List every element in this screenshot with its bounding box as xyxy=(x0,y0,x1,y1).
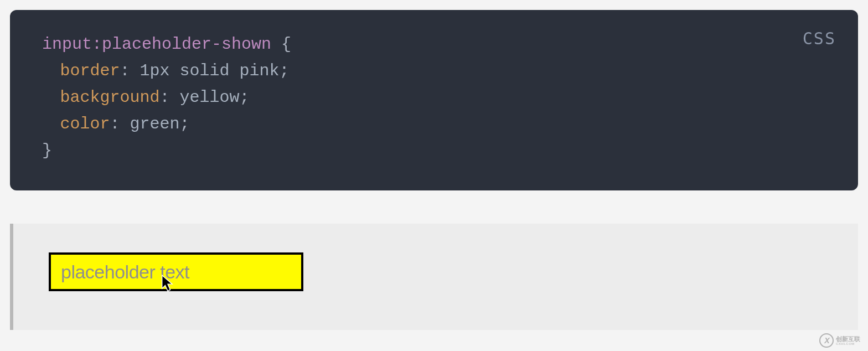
demo-area: placeholder text xyxy=(10,224,858,330)
css-property: border xyxy=(60,61,120,80)
colon: : xyxy=(120,61,140,80)
semicolon: ; xyxy=(179,115,189,133)
css-property: color xyxy=(60,115,110,133)
semicolon: ; xyxy=(239,88,249,107)
semicolon: ; xyxy=(279,61,289,80)
colon: : xyxy=(159,88,179,107)
code-line-prop-2: color: green; xyxy=(42,111,826,137)
language-badge: CSS xyxy=(803,25,836,52)
css-value: yellow xyxy=(179,88,239,107)
code-line-prop-0: border: 1px solid pink; xyxy=(42,58,826,84)
code-line-prop-1: background: yellow; xyxy=(42,84,826,111)
css-selector: input:placeholder-shown xyxy=(42,35,271,54)
css-value: green xyxy=(130,115,179,133)
watermark-text: 创新互联 CXHLCOM xyxy=(836,336,860,345)
demo-input-field[interactable]: placeholder text xyxy=(49,252,303,291)
open-brace: { xyxy=(271,35,291,54)
watermark: X 创新互联 CXHLCOM xyxy=(819,333,860,348)
code-line-close: } xyxy=(42,137,826,164)
watermark-sub: CXHLCOM xyxy=(836,342,860,345)
css-value: 1px solid pink xyxy=(140,61,279,80)
css-property: background xyxy=(60,88,159,107)
placeholder-text: placeholder text xyxy=(61,261,189,283)
code-block: CSS input:placeholder-shown { border: 1p… xyxy=(10,10,858,190)
close-brace: } xyxy=(42,141,52,160)
code-line-selector: input:placeholder-shown { xyxy=(42,31,826,58)
watermark-brand: 创新互联 xyxy=(836,336,860,342)
watermark-logo-icon: X xyxy=(819,333,834,348)
colon: : xyxy=(110,115,130,133)
